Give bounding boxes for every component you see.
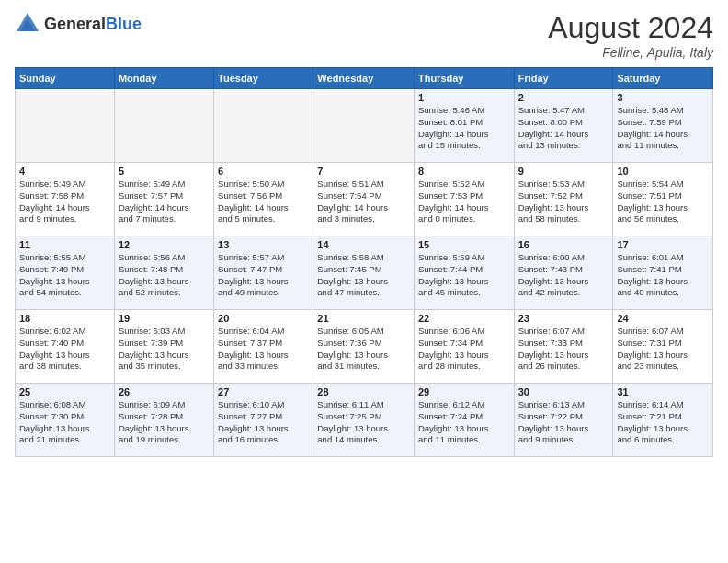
day-number: 9 bbox=[518, 166, 609, 177]
calendar-week-row: 1Sunrise: 5:46 AMSunset: 8:01 PMDaylight… bbox=[16, 89, 713, 163]
logo-blue: Blue bbox=[106, 15, 142, 33]
day-info: Sunrise: 6:01 AMSunset: 7:41 PMDaylight:… bbox=[617, 252, 709, 299]
day-number: 10 bbox=[617, 166, 709, 177]
calendar-week-row: 11Sunrise: 5:55 AMSunset: 7:49 PMDayligh… bbox=[16, 236, 713, 310]
table-row: 8Sunrise: 5:52 AMSunset: 7:53 PMDaylight… bbox=[414, 163, 514, 236]
day-number: 25 bbox=[19, 386, 110, 397]
day-number: 26 bbox=[119, 386, 210, 397]
table-row: 13Sunrise: 5:57 AMSunset: 7:47 PMDayligh… bbox=[214, 236, 313, 310]
header-saturday: Saturday bbox=[613, 68, 713, 89]
table-row: 31Sunrise: 6:14 AMSunset: 7:21 PMDayligh… bbox=[613, 384, 713, 457]
calendar-week-row: 18Sunrise: 6:02 AMSunset: 7:40 PMDayligh… bbox=[16, 310, 713, 384]
table-row: 28Sunrise: 6:11 AMSunset: 7:25 PMDayligh… bbox=[313, 384, 415, 457]
table-row bbox=[114, 89, 213, 163]
day-info: Sunrise: 6:09 AMSunset: 7:28 PMDaylight:… bbox=[119, 399, 210, 446]
table-row: 12Sunrise: 5:56 AMSunset: 7:48 PMDayligh… bbox=[114, 236, 213, 310]
day-info: Sunrise: 5:51 AMSunset: 7:54 PMDaylight:… bbox=[317, 178, 410, 225]
table-row: 4Sunrise: 5:49 AMSunset: 7:58 PMDaylight… bbox=[16, 163, 115, 236]
table-row: 14Sunrise: 5:58 AMSunset: 7:45 PMDayligh… bbox=[313, 236, 415, 310]
day-number: 22 bbox=[418, 313, 510, 324]
day-number: 2 bbox=[518, 92, 609, 103]
day-number: 17 bbox=[617, 239, 709, 250]
day-number: 28 bbox=[317, 386, 410, 397]
day-number: 23 bbox=[518, 313, 609, 324]
day-info: Sunrise: 5:57 AMSunset: 7:47 PMDaylight:… bbox=[218, 252, 309, 299]
table-row: 26Sunrise: 6:09 AMSunset: 7:28 PMDayligh… bbox=[114, 384, 213, 457]
day-info: Sunrise: 6:07 AMSunset: 7:33 PMDaylight:… bbox=[518, 326, 609, 373]
table-row: 2Sunrise: 5:47 AMSunset: 8:00 PMDaylight… bbox=[514, 89, 613, 163]
table-row bbox=[16, 89, 115, 163]
header-thursday: Thursday bbox=[414, 68, 514, 89]
day-number: 6 bbox=[218, 166, 309, 177]
day-number: 30 bbox=[518, 386, 609, 397]
day-info: Sunrise: 5:58 AMSunset: 7:45 PMDaylight:… bbox=[317, 252, 410, 299]
day-number: 3 bbox=[617, 92, 709, 103]
day-info: Sunrise: 6:10 AMSunset: 7:27 PMDaylight:… bbox=[218, 399, 309, 446]
day-number: 8 bbox=[418, 166, 510, 177]
day-info: Sunrise: 6:06 AMSunset: 7:34 PMDaylight:… bbox=[418, 326, 510, 373]
day-info: Sunrise: 5:47 AMSunset: 8:00 PMDaylight:… bbox=[518, 105, 609, 152]
day-info: Sunrise: 5:49 AMSunset: 7:57 PMDaylight:… bbox=[119, 178, 210, 225]
day-number: 7 bbox=[317, 166, 410, 177]
header-monday: Monday bbox=[114, 68, 213, 89]
table-row: 1Sunrise: 5:46 AMSunset: 8:01 PMDaylight… bbox=[414, 89, 514, 163]
day-number: 21 bbox=[317, 313, 410, 324]
day-info: Sunrise: 6:12 AMSunset: 7:24 PMDaylight:… bbox=[418, 399, 510, 446]
day-info: Sunrise: 5:49 AMSunset: 7:58 PMDaylight:… bbox=[19, 178, 110, 225]
day-number: 12 bbox=[119, 239, 210, 250]
day-info: Sunrise: 5:48 AMSunset: 7:59 PMDaylight:… bbox=[617, 105, 709, 152]
table-row: 17Sunrise: 6:01 AMSunset: 7:41 PMDayligh… bbox=[613, 236, 713, 310]
day-info: Sunrise: 5:46 AMSunset: 8:01 PMDaylight:… bbox=[418, 105, 510, 152]
weekday-header-row: Sunday Monday Tuesday Wednesday Thursday… bbox=[16, 68, 713, 89]
day-number: 18 bbox=[19, 313, 110, 324]
day-info: Sunrise: 5:55 AMSunset: 7:49 PMDaylight:… bbox=[19, 252, 110, 299]
table-row: 20Sunrise: 6:04 AMSunset: 7:37 PMDayligh… bbox=[214, 310, 313, 384]
header-wednesday: Wednesday bbox=[313, 68, 415, 89]
day-info: Sunrise: 6:07 AMSunset: 7:31 PMDaylight:… bbox=[617, 326, 709, 373]
header-sunday: Sunday bbox=[16, 68, 115, 89]
table-row: 24Sunrise: 6:07 AMSunset: 7:31 PMDayligh… bbox=[613, 310, 713, 384]
day-number: 11 bbox=[19, 239, 110, 250]
table-row: 5Sunrise: 5:49 AMSunset: 7:57 PMDaylight… bbox=[114, 163, 213, 236]
day-number: 24 bbox=[617, 313, 709, 324]
table-row: 18Sunrise: 6:02 AMSunset: 7:40 PMDayligh… bbox=[16, 310, 115, 384]
table-row: 15Sunrise: 5:59 AMSunset: 7:44 PMDayligh… bbox=[414, 236, 514, 310]
day-number: 16 bbox=[518, 239, 609, 250]
table-row: 9Sunrise: 5:53 AMSunset: 7:52 PMDaylight… bbox=[514, 163, 613, 236]
location: Felline, Apulia, Italy bbox=[548, 45, 713, 60]
table-row: 7Sunrise: 5:51 AMSunset: 7:54 PMDaylight… bbox=[313, 163, 415, 236]
month-year: August 2024 bbox=[548, 11, 713, 45]
calendar-week-row: 4Sunrise: 5:49 AMSunset: 7:58 PMDaylight… bbox=[16, 163, 713, 236]
page: GeneralBlue August 2024 Felline, Apulia,… bbox=[0, 0, 728, 465]
day-info: Sunrise: 6:08 AMSunset: 7:30 PMDaylight:… bbox=[19, 399, 110, 446]
day-number: 14 bbox=[317, 239, 410, 250]
day-info: Sunrise: 6:03 AMSunset: 7:39 PMDaylight:… bbox=[119, 326, 210, 373]
day-info: Sunrise: 6:02 AMSunset: 7:40 PMDaylight:… bbox=[19, 326, 110, 373]
table-row: 3Sunrise: 5:48 AMSunset: 7:59 PMDaylight… bbox=[613, 89, 713, 163]
table-row: 27Sunrise: 6:10 AMSunset: 7:27 PMDayligh… bbox=[214, 384, 313, 457]
logo-icon bbox=[15, 11, 40, 37]
table-row: 21Sunrise: 6:05 AMSunset: 7:36 PMDayligh… bbox=[313, 310, 415, 384]
day-number: 13 bbox=[218, 239, 309, 250]
day-number: 31 bbox=[617, 386, 709, 397]
table-row: 25Sunrise: 6:08 AMSunset: 7:30 PMDayligh… bbox=[16, 384, 115, 457]
header-tuesday: Tuesday bbox=[214, 68, 313, 89]
day-info: Sunrise: 5:56 AMSunset: 7:48 PMDaylight:… bbox=[119, 252, 210, 299]
table-row: 23Sunrise: 6:07 AMSunset: 7:33 PMDayligh… bbox=[514, 310, 613, 384]
table-row: 11Sunrise: 5:55 AMSunset: 7:49 PMDayligh… bbox=[16, 236, 115, 310]
day-number: 4 bbox=[19, 166, 110, 177]
table-row: 16Sunrise: 6:00 AMSunset: 7:43 PMDayligh… bbox=[514, 236, 613, 310]
day-number: 20 bbox=[218, 313, 309, 324]
day-info: Sunrise: 5:52 AMSunset: 7:53 PMDaylight:… bbox=[418, 178, 510, 225]
day-info: Sunrise: 5:53 AMSunset: 7:52 PMDaylight:… bbox=[518, 178, 609, 225]
title-block: August 2024 Felline, Apulia, Italy bbox=[548, 11, 713, 60]
table-row bbox=[214, 89, 313, 163]
table-row: 19Sunrise: 6:03 AMSunset: 7:39 PMDayligh… bbox=[114, 310, 213, 384]
day-number: 1 bbox=[418, 92, 510, 103]
day-number: 15 bbox=[418, 239, 510, 250]
day-number: 27 bbox=[218, 386, 309, 397]
logo: GeneralBlue bbox=[15, 11, 142, 37]
table-row: 10Sunrise: 5:54 AMSunset: 7:51 PMDayligh… bbox=[613, 163, 713, 236]
calendar-table: Sunday Monday Tuesday Wednesday Thursday… bbox=[15, 67, 713, 457]
day-info: Sunrise: 6:11 AMSunset: 7:25 PMDaylight:… bbox=[317, 399, 410, 446]
